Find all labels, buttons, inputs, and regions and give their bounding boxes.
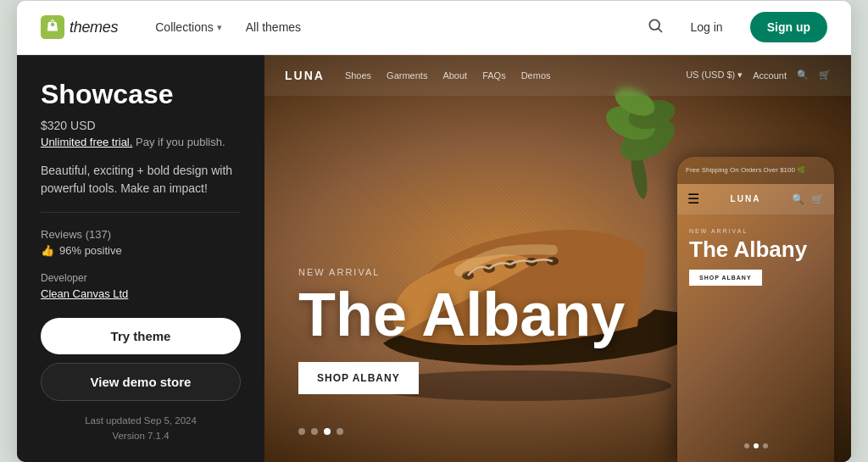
mobile-dot-1[interactable] (744, 443, 749, 448)
store-search-icon[interactable]: 🔍 (797, 70, 809, 81)
search-button[interactable] (647, 17, 664, 38)
new-arrival-label: NEW ARRIVAL (298, 267, 625, 277)
dot-1[interactable] (298, 428, 305, 435)
search-icon (647, 17, 664, 34)
all-themes-label: All themes (246, 20, 301, 34)
store-nav-bar: LUNA Shoes Garments About FAQs Demos US … (264, 55, 851, 96)
currency-selector[interactable]: US (USD $) ▾ (686, 70, 743, 81)
mobile-search-icon[interactable]: 🔍 (792, 193, 804, 205)
free-trial-info: Unlimited free trial. Pay if you publish… (41, 136, 241, 148)
signup-button[interactable]: Sign up (750, 12, 827, 42)
logo-text: themes (70, 19, 118, 36)
login-button[interactable]: Log in (681, 14, 733, 41)
mobile-mockup: Free Shipping On Orders Over $100 🌿 ☰ LU… (677, 157, 834, 462)
nav-links: Collections ▾ All themes (145, 14, 646, 41)
mobile-cart-icon[interactable]: 🛒 (811, 193, 824, 205)
mobile-dot-3[interactable] (763, 443, 768, 448)
chevron-down-icon: ▾ (217, 22, 222, 33)
carousel-indicators (298, 428, 343, 435)
developer-label: Developer (41, 272, 241, 284)
store-nav-demos[interactable]: Demos (521, 70, 551, 81)
account-link[interactable]: Account (753, 70, 787, 81)
store-preview-panel: LUNA Shoes Garments About FAQs Demos US … (264, 55, 851, 462)
developer-link[interactable]: Clean Canvas Ltd (41, 287, 128, 300)
store-nav-faqs[interactable]: FAQs (482, 70, 506, 81)
hero-text-area: NEW ARRIVAL The Albany SHOP ALBANY (298, 267, 625, 394)
main-content: Showcase $320 USD Unlimited free trial. … (17, 55, 851, 462)
mobile-carousel-indicators (744, 443, 768, 448)
dot-2[interactable] (311, 428, 318, 435)
store-cart-icon[interactable]: 🛒 (819, 70, 831, 81)
browser-window: themes Collections ▾ All themes Log in S… (17, 1, 851, 462)
mobile-hero-text: NEW ARRIVAL The Albany SHOP ALBANY (677, 214, 834, 287)
nav-right: Log in Sign up (647, 12, 827, 42)
reviews-section: Reviews (137) 👍 96% positive (41, 228, 241, 269)
mobile-hamburger-icon: ☰ (687, 191, 699, 207)
logo-area[interactable]: themes (41, 15, 118, 39)
reviews-label: Reviews (137) (41, 228, 241, 241)
store-nav-about[interactable]: About (442, 70, 467, 81)
free-trial-link[interactable]: Unlimited free trial. (41, 136, 132, 148)
view-demo-button[interactable]: View demo store (41, 363, 241, 401)
svg-point-1 (649, 19, 659, 30)
mobile-nav-bar: ☰ LUNA 🔍 🛒 (677, 184, 834, 214)
store-nav-shoes[interactable]: Shoes (345, 70, 371, 81)
store-nav-right: US (USD $) ▾ Account 🔍 🛒 (686, 70, 831, 81)
price-label: $320 USD (41, 119, 241, 132)
store-nav-garments[interactable]: Garments (387, 70, 427, 81)
mobile-logo: LUNA (731, 194, 761, 203)
dot-3-active[interactable] (324, 428, 331, 435)
mobile-shop-button[interactable]: SHOP ALBANY (689, 270, 762, 286)
update-info: Last updated Sep 5, 2024 Version 7.1.4 (41, 413, 241, 444)
try-theme-button[interactable]: Try theme (41, 318, 241, 354)
hero-title: The Albany (298, 284, 625, 345)
dot-4[interactable] (337, 428, 343, 435)
developer-section: Developer Clean Canvas Ltd (41, 272, 241, 301)
last-updated: Last updated Sep 5, 2024 (41, 413, 241, 428)
store-nav-links: Shoes Garments About FAQs Demos (345, 70, 551, 81)
left-panel: Showcase $320 USD Unlimited free trial. … (17, 55, 264, 462)
shopify-icon (41, 15, 64, 39)
thumbs-up-icon: 👍 (41, 244, 54, 257)
mobile-dot-2-active[interactable] (754, 443, 759, 448)
mobile-banner: Free Shipping On Orders Over $100 🌿 (686, 166, 805, 174)
version-label: Version 7.1.4 (41, 428, 241, 443)
positive-row: 👍 96% positive (41, 244, 241, 257)
store-logo: LUNA (285, 69, 325, 82)
collections-nav-item[interactable]: Collections ▾ (145, 14, 231, 41)
top-nav: themes Collections ▾ All themes Log in S… (17, 1, 851, 55)
store-preview: LUNA Shoes Garments About FAQs Demos US … (264, 55, 851, 462)
free-trial-sub: Pay if you publish. (136, 136, 225, 148)
svg-line-2 (658, 28, 661, 31)
theme-title: Showcase (41, 79, 241, 110)
theme-description: Beautiful, exciting + bold design with p… (41, 162, 241, 213)
mobile-top-bar: Free Shipping On Orders Over $100 🌿 (677, 157, 834, 184)
shop-now-button[interactable]: SHOP ALBANY (298, 362, 419, 394)
mobile-inner: Free Shipping On Orders Over $100 🌿 ☰ LU… (677, 157, 834, 462)
mobile-hero-title: The Albany (689, 237, 822, 262)
mobile-nav-icons: 🔍 🛒 (792, 193, 824, 205)
mobile-new-arrival-label: NEW ARRIVAL (689, 228, 822, 234)
positive-label: 96% positive (59, 244, 122, 257)
collections-label: Collections (155, 20, 213, 34)
all-themes-nav-item[interactable]: All themes (236, 14, 311, 41)
